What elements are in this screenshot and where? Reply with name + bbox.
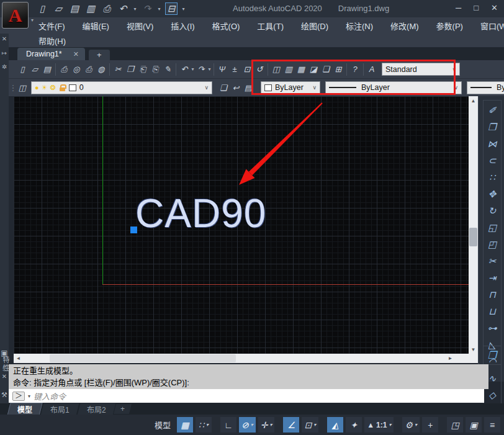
cut-button[interactable]: ✂ <box>112 62 124 77</box>
menu-edit[interactable]: 编辑(E) <box>74 17 118 34</box>
tab-layout1[interactable]: 布局1 <box>41 403 79 415</box>
new-tab-button[interactable]: + <box>89 50 110 60</box>
stretch-button[interactable]: ◰ <box>484 237 500 252</box>
undo-button[interactable]: ↶ <box>178 62 191 77</box>
application-menu-button[interactable]: A ▾ <box>2 2 29 29</box>
open-button[interactable]: ▱ <box>29 62 41 77</box>
scroll-up-icon[interactable]: ▲ <box>469 96 478 105</box>
autoscale-toggle[interactable]: ✦ <box>346 417 362 433</box>
ortho-toggle[interactable]: ∟ <box>220 417 236 433</box>
scroll-left-icon[interactable]: ◄ <box>14 354 23 363</box>
copy-base-button[interactable]: ⎘ <box>149 62 161 77</box>
horizontal-scrollbar[interactable]: ◄ ► <box>14 354 469 363</box>
vertical-scrollbar[interactable]: ▲ ▼ <box>469 96 478 354</box>
tab-drawing1[interactable]: Drawing1* ✕ <box>17 48 85 60</box>
drawing-canvas[interactable]: CAD90 <box>14 96 469 354</box>
erase-button[interactable]: ✐ <box>484 103 500 118</box>
layer-states-button[interactable]: ▤ <box>242 80 254 95</box>
chevron-down-icon[interactable]: ▾ <box>389 422 391 428</box>
text-grip-point[interactable] <box>130 226 137 233</box>
isolate-objects-button[interactable]: ◳ <box>447 417 463 433</box>
print-button[interactable]: ⎙ <box>58 62 70 77</box>
menu-insert[interactable]: 插入(I) <box>162 17 203 34</box>
linetype-select[interactable]: ByLayer ∨ <box>325 81 462 94</box>
chevron-down-icon[interactable]: ▾ <box>269 422 272 428</box>
layer-properties-button[interactable]: ◫ <box>16 80 29 95</box>
markup-button[interactable]: ◪ <box>307 62 320 77</box>
redo-button[interactable]: ↷ <box>141 2 153 15</box>
vertical-scroll-thumb[interactable] <box>469 228 477 246</box>
undo-dropdown[interactable]: ▾ <box>133 6 137 12</box>
menu-window[interactable]: 窗口(W) <box>472 17 504 34</box>
menu-file[interactable]: 文件(F) <box>30 17 74 34</box>
help-button[interactable]: ? <box>349 62 361 77</box>
model-space-button[interactable]: 模型 <box>155 419 171 431</box>
palette-pin-icon[interactable]: ↦ <box>0 50 9 56</box>
workspace-switch-button[interactable]: ⊟ <box>165 2 178 15</box>
undo-dropdown[interactable]: ▾ <box>191 66 195 72</box>
paste-button[interactable]: ⎗ <box>137 62 149 77</box>
toolbar-grip[interactable]: ⋮ <box>10 80 16 95</box>
copy-object-button[interactable]: ❐ <box>484 120 500 135</box>
array-button[interactable]: ∷ <box>484 170 500 185</box>
menu-tools[interactable]: 工具(T) <box>248 17 292 34</box>
menu-view[interactable]: 视图(V) <box>118 17 162 34</box>
palette-icon[interactable]: ▣ <box>0 349 9 357</box>
move-button[interactable]: ✥ <box>484 187 500 202</box>
menu-parametric[interactable]: 参数(P) <box>428 17 472 34</box>
open-file-button[interactable]: ▱ <box>52 2 65 15</box>
plot-button[interactable]: ⎙ <box>83 62 95 77</box>
wrench-icon[interactable]: ⚒ <box>0 391 9 399</box>
bulb-on-icon[interactable]: ● <box>35 84 39 91</box>
horizontal-scroll-thumb[interactable] <box>50 354 236 362</box>
snap-toggle[interactable]: ∷▾ <box>196 417 212 433</box>
chevron-down-icon[interactable]: ▾ <box>313 422 316 428</box>
new-file-button[interactable]: ▯ <box>36 2 48 15</box>
palette-close-button[interactable]: ✕ <box>0 35 9 42</box>
clip-tool-button[interactable]: ❒ <box>483 346 502 365</box>
properties-palette-button[interactable]: ◫ <box>270 62 282 77</box>
scale-button[interactable]: ◱ <box>484 220 500 235</box>
command-close-icon[interactable]: ✕ <box>0 373 9 380</box>
isodraft-toggle[interactable]: ✛▾ <box>258 417 275 433</box>
chevron-down-icon[interactable]: ▾ <box>251 422 253 428</box>
extend-button[interactable]: ⇥ <box>484 271 500 285</box>
design-center-button[interactable]: ▥ <box>282 62 295 77</box>
copy-button[interactable]: ❐ <box>124 62 137 77</box>
save-button[interactable]: ▤ <box>41 62 53 77</box>
chevron-down-icon[interactable]: ▾ <box>28 393 30 399</box>
menu-draw[interactable]: 绘图(D) <box>292 17 337 34</box>
layer-select[interactable]: ● ☀ ❂ 0 ∨ <box>31 81 212 94</box>
qnew-button[interactable]: ▯ <box>16 62 29 77</box>
publish-button[interactable]: ◍ <box>95 62 107 77</box>
unlock-icon[interactable] <box>60 87 65 91</box>
new-layout-button[interactable]: + <box>114 404 132 414</box>
layer-previous-button[interactable]: ↩ <box>230 80 242 95</box>
zoom-previous-button[interactable]: ↺ <box>253 62 266 77</box>
tool-palettes-button[interactable]: ▦ <box>295 62 307 77</box>
scroll-down-icon[interactable]: ▼ <box>469 345 478 354</box>
redo-dropdown[interactable]: ▾ <box>207 66 212 72</box>
annotation-visibility-toggle[interactable]: ◭ <box>327 417 343 433</box>
close-button[interactable]: ✕ <box>491 3 498 12</box>
menu-format[interactable]: 格式(O) <box>204 17 249 34</box>
cad-text-object[interactable]: CAD90 <box>135 191 266 236</box>
viewport-freeze-icon[interactable]: ❂ <box>50 84 56 92</box>
trim-button[interactable]: ✂ <box>484 254 500 269</box>
palette-settings-icon[interactable]: ✲ <box>0 63 9 70</box>
preview-button[interactable]: ◎ <box>70 62 83 77</box>
command-input[interactable]: ＞ ▾ 键入命令 <box>9 389 484 403</box>
quick-select-button[interactable]: ❏ <box>320 62 332 77</box>
join-button[interactable]: ⊶ <box>484 321 500 336</box>
zoom-realtime-button[interactable]: ± <box>228 62 241 77</box>
pan-button[interactable]: Ψ <box>216 62 228 77</box>
save-as-button[interactable]: ▥ <box>84 2 97 15</box>
save-button[interactable]: ▤ <box>68 2 81 15</box>
maximize-button[interactable]: □ <box>474 3 479 12</box>
lineweight-select[interactable]: ByLa <box>467 81 504 94</box>
text-style-button[interactable]: A <box>366 62 378 77</box>
sun-thaw-icon[interactable]: ☀ <box>42 84 48 92</box>
zoom-window-button[interactable]: ⊡ <box>241 62 253 77</box>
mirror-button[interactable]: ⋈ <box>484 137 500 151</box>
chevron-down-icon[interactable]: ▾ <box>206 422 209 428</box>
